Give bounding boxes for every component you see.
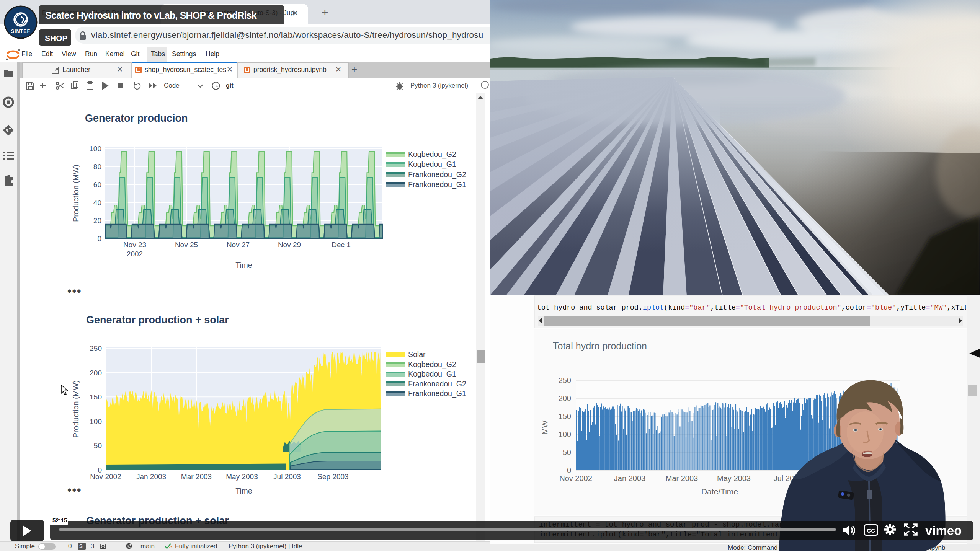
svg-text:Jan 2003: Jan 2003 (136, 473, 166, 481)
svg-text:Jul 2003: Jul 2003 (273, 473, 301, 481)
svg-text:May 2003: May 2003 (717, 474, 751, 483)
svg-text:May 2003: May 2003 (226, 473, 258, 481)
svg-text:Solar: Solar (408, 350, 426, 359)
svg-text:Mar 2003: Mar 2003 (181, 473, 212, 481)
svg-text:CC: CC (867, 527, 875, 534)
svg-text:250: 250 (90, 344, 102, 352)
svg-text:100: 100 (90, 417, 102, 425)
svg-text:50: 50 (563, 448, 571, 456)
svg-text:Time: Time (235, 487, 252, 495)
svg-text:100: 100 (559, 430, 571, 439)
svg-text:50: 50 (94, 442, 102, 450)
svg-text:Total hydro production: Total hydro production (553, 341, 647, 351)
svg-text:Jan 2003: Jan 2003 (614, 474, 645, 483)
svg-text:Kogbedou_G2: Kogbedou_G2 (408, 360, 456, 369)
svg-text:250: 250 (559, 376, 571, 385)
svg-text:Frankonedou_G1: Frankonedou_G1 (408, 389, 466, 398)
svg-text:Production (MW): Production (MW) (72, 380, 80, 438)
svg-text:Nov 2002: Nov 2002 (90, 473, 121, 481)
svg-text:MW: MW (540, 420, 549, 434)
svg-text:Frankonedou_G2: Frankonedou_G2 (408, 380, 466, 388)
svg-text:150: 150 (90, 393, 102, 401)
svg-text:200: 200 (90, 369, 102, 377)
svg-text:150: 150 (559, 412, 571, 421)
svg-text:Date/Time: Date/Time (701, 487, 738, 496)
svg-text:200: 200 (559, 394, 571, 403)
svg-text:Nov 2002: Nov 2002 (559, 474, 592, 483)
svg-text:Generator production + solar: Generator production + solar (86, 314, 229, 326)
svg-text:Sep 2003: Sep 2003 (317, 473, 348, 481)
svg-text:0: 0 (567, 466, 571, 474)
svg-text:Kogbedou_G1: Kogbedou_G1 (408, 370, 456, 378)
svg-text:Mar 2003: Mar 2003 (666, 474, 698, 483)
